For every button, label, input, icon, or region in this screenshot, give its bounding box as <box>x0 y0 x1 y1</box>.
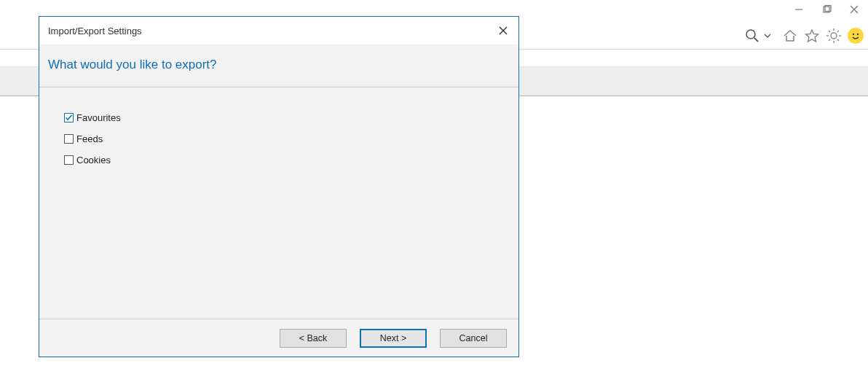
option-favourites[interactable]: Favourites <box>64 112 510 123</box>
checkbox-unchecked-icon <box>64 134 74 144</box>
dialog-heading: What would you like to export? <box>48 58 510 72</box>
import-export-dialog: Import/Export Settings What would you li… <box>39 16 519 357</box>
cancel-button[interactable]: Cancel <box>440 329 507 348</box>
dialog-close-button[interactable] <box>495 23 511 39</box>
svg-line-13 <box>829 31 830 32</box>
svg-line-15 <box>837 31 839 32</box>
svg-point-8 <box>831 33 837 39</box>
option-label: Feeds <box>76 133 103 144</box>
dialog-titlebar: Import/Export Settings <box>39 17 518 44</box>
smiley-icon[interactable] <box>848 28 864 44</box>
svg-line-6 <box>754 38 758 42</box>
svg-point-18 <box>857 34 859 35</box>
checkbox-unchecked-icon <box>64 155 74 165</box>
option-cookies[interactable]: Cookies <box>64 155 510 166</box>
dialog-body: Favourites Feeds Cookies <box>39 87 518 319</box>
search-icon <box>744 28 760 44</box>
search-button[interactable] <box>740 25 776 47</box>
gear-icon[interactable] <box>826 28 842 44</box>
minimize-icon[interactable] <box>794 4 804 15</box>
dialog-title: Import/Export Settings <box>48 26 142 36</box>
close-icon[interactable] <box>849 4 859 15</box>
star-icon[interactable] <box>804 28 820 44</box>
svg-point-5 <box>746 30 755 39</box>
dialog-header: What would you like to export? <box>39 44 518 87</box>
next-button[interactable]: Next > <box>360 329 427 348</box>
svg-line-16 <box>829 39 830 41</box>
back-button[interactable]: < Back <box>280 329 347 348</box>
svg-point-17 <box>853 34 854 35</box>
maximize-icon[interactable] <box>821 4 832 15</box>
home-icon[interactable] <box>782 28 798 44</box>
option-label: Cookies <box>76 155 111 166</box>
svg-marker-7 <box>806 30 818 42</box>
chevron-down-icon <box>763 28 772 44</box>
dialog-footer: < Back Next > Cancel <box>39 319 518 357</box>
svg-line-14 <box>837 39 839 41</box>
checkbox-checked-icon <box>64 113 74 122</box>
option-label: Favourites <box>76 112 121 123</box>
option-feeds[interactable]: Feeds <box>64 133 510 144</box>
